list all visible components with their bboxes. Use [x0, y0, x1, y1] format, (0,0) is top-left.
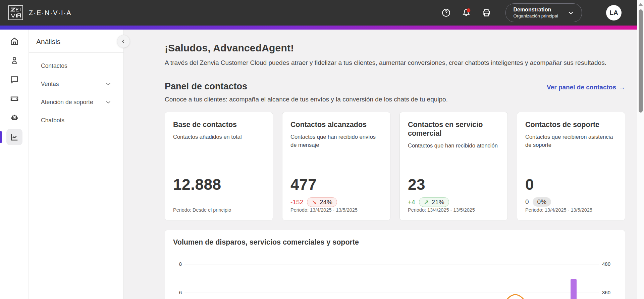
trend-up-icon: ↗ — [424, 198, 429, 206]
scrollbar-up-arrow-icon[interactable] — [638, 3, 643, 6]
kpi-trend: -152 ↘ 24% — [290, 197, 337, 207]
kpi-delta: 0 — [525, 198, 529, 206]
organization-name: Demonstration — [513, 6, 558, 13]
sidebar-item-home-icon[interactable] — [6, 33, 22, 49]
kpi-period: Periodo: 13/4/2025 - 13/5/2025 — [408, 207, 475, 213]
trend-badge: ↗ 21% — [419, 197, 449, 207]
brand-gradient-bar — [0, 26, 637, 30]
kpi-period: Periodo: 13/4/2025 - 13/5/2025 — [525, 207, 592, 213]
panel-title: Análisis — [29, 30, 123, 52]
kpi-value: 23 — [408, 175, 425, 194]
print-icon[interactable] — [481, 8, 491, 18]
kpi-period: Periodo: Desde el principio — [173, 207, 231, 213]
chart-title: Volumen de disparos, servicios comercial… — [173, 238, 617, 247]
trend-badge: ↘ 24% — [307, 197, 337, 207]
chevron-left-icon — [120, 38, 127, 45]
kpi-cards-row: Base de contactos Contactos añadidos en … — [165, 112, 625, 220]
kpi-value: 12.888 — [173, 175, 221, 194]
organization-selector[interactable]: Demonstration Organización principal — [505, 3, 582, 22]
bar-series-purple — [571, 279, 577, 299]
top-bar: Z·E·N·V·I·A De — [0, 0, 637, 26]
main-content: ¡Saludos, AdvancedAgent! A través del Ze… — [124, 30, 644, 299]
analysis-panel: Análisis Contactos Ventas Atención de so… — [29, 30, 124, 299]
panel-item-ventas[interactable]: Ventas — [29, 75, 123, 93]
organization-subtitle: Organización principal — [513, 13, 558, 19]
kpi-delta: +4 — [408, 199, 415, 206]
page-intro: A través del Zenvia Customer Cloud puede… — [165, 59, 625, 67]
help-icon[interactable] — [441, 8, 451, 18]
kpi-trend: +4 ↗ 21% — [408, 197, 449, 207]
panel-collapse-button[interactable] — [117, 35, 130, 48]
trend-down-icon: ↘ — [312, 198, 317, 206]
notifications-bell-icon[interactable] — [461, 8, 471, 18]
chevron-down-icon — [567, 9, 575, 17]
kpi-card-contactos-servicio-comercial: Contactos en servicio comercial Contacto… — [399, 112, 508, 220]
chevron-down-icon — [105, 98, 112, 106]
sidebar-item-contacts-icon[interactable] — [6, 52, 22, 69]
icon-rail — [0, 30, 29, 299]
kpi-value: 477 — [290, 175, 317, 194]
notification-badge — [467, 8, 471, 12]
kpi-card-contactos-alcanzados: Contactos alcanzados Contactos que han r… — [282, 112, 390, 220]
kpi-value: 0 — [525, 175, 534, 194]
arrow-right-icon: → — [619, 84, 625, 91]
kpi-delta: -152 — [290, 199, 303, 206]
kpi-card-base-de-contactos: Base de contactos Contactos añadidos en … — [165, 112, 273, 220]
sidebar-item-tickets-icon[interactable] — [6, 91, 22, 107]
vertical-scrollbar[interactable] — [637, 0, 644, 299]
view-contacts-panel-link[interactable]: Ver panel de contactos → — [547, 84, 625, 91]
trend-badge: 0% — [533, 197, 551, 207]
user-avatar[interactable]: LA — [606, 5, 622, 20]
volume-chart-card: Volumen de disparos, servicios comercial… — [165, 230, 625, 299]
line-series-orange — [173, 253, 617, 299]
sidebar-item-analytics-icon[interactable] — [6, 129, 22, 145]
kpi-trend: 0 0% — [525, 197, 551, 207]
section-subtitle: Conoce a tus clientes: acompaña el alcan… — [165, 96, 625, 103]
scrollbar-thumb[interactable] — [639, 9, 643, 113]
brand-wordmark: Z·E·N·V·I·A — [29, 9, 72, 17]
kpi-card-contactos-de-soporte: Contactos de soporte Contactos que recib… — [517, 112, 625, 220]
panel-item-contactos[interactable]: Contactos — [29, 57, 123, 75]
panel-item-chatbots[interactable]: Chatbots — [29, 111, 123, 129]
page-greeting: ¡Saludos, AdvancedAgent! — [165, 42, 625, 54]
section-title: Panel de contactos — [165, 81, 247, 92]
sidebar-item-chatbot-icon[interactable] — [6, 110, 22, 126]
panel-item-atencion-de-soporte[interactable]: Atención de soporte — [29, 93, 123, 111]
sidebar-item-conversations-icon[interactable] — [6, 72, 22, 88]
zenvia-logo-icon — [8, 5, 23, 20]
chart-plot-area: 8 480 6 360 — [173, 253, 617, 299]
chevron-down-icon — [105, 80, 112, 88]
kpi-period: Periodo: 13/4/2025 - 13/5/2025 — [290, 207, 358, 213]
